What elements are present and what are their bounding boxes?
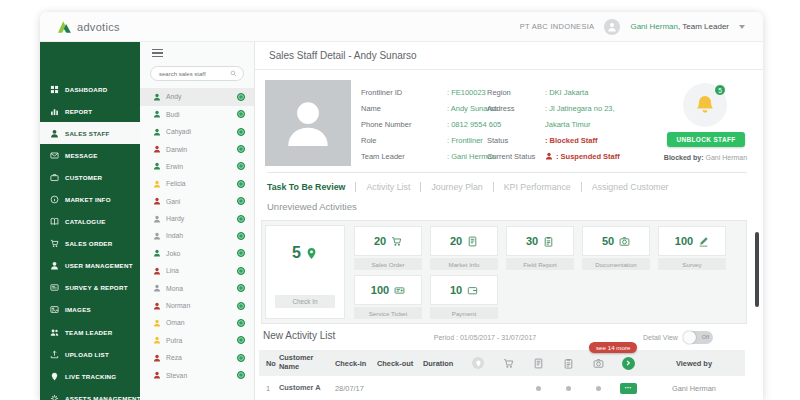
- sidebar-item-catalogue[interactable]: CATALOGUE: [40, 211, 140, 233]
- person-icon: [153, 336, 161, 344]
- stat-card-service-ticket[interactable]: 100 Service Ticket: [354, 275, 422, 319]
- sidebar-item-sales-order[interactable]: SALES ORDER: [40, 233, 140, 255]
- sidebar-item-report[interactable]: REPORT: [40, 100, 140, 122]
- staff-item-lina[interactable]: Lina: [140, 262, 254, 279]
- person-icon: [607, 22, 617, 32]
- person-icon: [153, 215, 161, 223]
- checkin-count: 5: [292, 244, 301, 262]
- staff-item-indah[interactable]: Indah: [140, 227, 254, 244]
- profile-field: Status : Blocked Staff: [487, 132, 620, 148]
- tab-activity-list[interactable]: Activity List: [355, 182, 420, 192]
- checkin-card[interactable]: 5 Check In: [265, 225, 345, 319]
- team-leader-icon: [50, 328, 59, 337]
- sidebar-item-customer[interactable]: CUSTOMER: [40, 166, 140, 188]
- person-icon: [282, 97, 334, 149]
- sidebar-item-live-tracking[interactable]: LIVE TRACKING: [40, 365, 140, 387]
- staff-badge: [237, 110, 245, 118]
- profile-field: Name : Andy Sunarso: [361, 100, 501, 116]
- search-input[interactable]: [157, 70, 230, 78]
- staff-item-oman[interactable]: Oman: [140, 314, 254, 331]
- tab-task-to-be-review[interactable]: Task To Be Review: [267, 182, 355, 192]
- logo: advotics: [58, 21, 120, 33]
- sidebar-item-market-info[interactable]: MARKET INFO: [40, 188, 140, 210]
- main-content: Frontliner ID : FE100023 Name : Andy Sun…: [255, 70, 763, 400]
- more-actions-badge[interactable]: ⋯: [620, 383, 637, 394]
- staff-item-mona[interactable]: Mona: [140, 279, 254, 296]
- staff-item-felicia[interactable]: Felicia: [140, 175, 254, 192]
- detail-view-toggle[interactable]: Off: [683, 331, 713, 344]
- user-menu[interactable]: Gani Herman, Team Leader: [630, 22, 729, 31]
- pending-dot: [566, 386, 571, 391]
- chevron-down-icon[interactable]: [739, 25, 745, 29]
- stat-card-payment[interactable]: 10 Payment: [430, 275, 498, 319]
- sidebar-item-images[interactable]: IMAGES: [40, 299, 140, 321]
- wallet-icon: [467, 285, 478, 296]
- staff-badge: [237, 336, 245, 344]
- staff-badge: [237, 302, 245, 310]
- col-check-out: Check-out: [377, 359, 423, 368]
- staff-item-stevan[interactable]: Stevan: [140, 366, 254, 383]
- checkin-label: Check In: [275, 295, 335, 308]
- more-arrow-icon[interactable]: [613, 357, 643, 370]
- toggle-knob: [683, 331, 696, 344]
- staff-item-erwin[interactable]: Erwin: [140, 158, 254, 175]
- catalogue-icon: [50, 217, 59, 226]
- stat-card-market-info[interactable]: 20 Market Info: [430, 226, 498, 270]
- stat-card-survey[interactable]: 100 Survey: [658, 226, 726, 270]
- avatar[interactable]: [604, 19, 620, 35]
- stat-card-field-report[interactable]: 30 Field Report: [506, 226, 574, 270]
- staff-badge: [237, 354, 245, 362]
- profile-field: Team Leader : Gani Herman: [361, 148, 501, 164]
- pending-dot: [596, 386, 601, 391]
- logo-text: advotics: [77, 21, 120, 33]
- activity-period: Period : 01/05/2017 - 31/07/2017: [385, 334, 585, 341]
- camera-icon: [583, 358, 613, 369]
- staff-item-darwin[interactable]: Darwin: [140, 140, 254, 157]
- cart-icon: [391, 236, 402, 247]
- staff-item-andy[interactable]: Andy: [140, 88, 254, 105]
- staff-item-cahyadi[interactable]: Cahyadi: [140, 123, 254, 140]
- staff-item-putra[interactable]: Putra: [140, 332, 254, 349]
- person-icon: [545, 152, 553, 160]
- staff-item-joko[interactable]: Joko: [140, 245, 254, 262]
- stat-card-sales-order[interactable]: 20 Sales Order: [354, 226, 422, 270]
- blocked-by: Blocked by: Gani Herman: [653, 154, 758, 161]
- see-more-badge[interactable]: see 14 more: [589, 342, 637, 353]
- person-icon: [153, 110, 161, 118]
- sidebar-item-assets-management[interactable]: ASSETS MANAGEMENT: [40, 387, 140, 400]
- sidebar-item-upload-list[interactable]: UPLOAD LIST: [40, 343, 140, 365]
- scrollbar[interactable]: [755, 232, 759, 307]
- profile-fields-left: Frontliner ID : FE100023 Name : Andy Sun…: [361, 84, 501, 164]
- col-customer-name: Customer Name: [279, 354, 335, 371]
- staff-item-reza[interactable]: Reza: [140, 349, 254, 366]
- sidebar-item-message[interactable]: MESSAGE: [40, 144, 140, 166]
- clipboard-icon: [553, 358, 583, 369]
- person-icon: [153, 267, 161, 275]
- top-bar: advotics PT ABC INDONESIA Gani Herman, T…: [40, 12, 763, 42]
- staff-item-hardy[interactable]: Hardy: [140, 210, 254, 227]
- notification-bell[interactable]: 5: [683, 83, 727, 127]
- tab-journey-plan[interactable]: Journey Plan: [420, 182, 492, 192]
- sidebar-item-dashboard[interactable]: DASHBOARD: [40, 78, 140, 100]
- stat-card-documentation[interactable]: 50 Documentation: [582, 226, 650, 270]
- staff-badge: [237, 145, 245, 153]
- tab-assigned-customer[interactable]: Assigned Customer: [581, 182, 679, 192]
- staff-badge: [237, 93, 245, 101]
- unblock-staff-button[interactable]: UNBLOCK STAFF: [667, 132, 745, 147]
- advotics-logo-icon: [58, 21, 72, 33]
- sidebar-item-team-leader[interactable]: TEAM LEADER: [40, 321, 140, 343]
- person-icon: [153, 180, 161, 188]
- tab-kpi-performance[interactable]: KPI Performance: [493, 182, 581, 192]
- divider: [267, 172, 747, 173]
- staff-item-budi[interactable]: Budi: [140, 106, 254, 123]
- camera-icon: [619, 236, 630, 247]
- search-icon: [230, 70, 237, 77]
- market-info-icon: [50, 195, 59, 204]
- staff-item-gani[interactable]: Gani: [140, 193, 254, 210]
- sidebar-item-user-management[interactable]: USER MANAGEMENT: [40, 255, 140, 277]
- table-row[interactable]: 1 Customer A 28/07/17 ⋯ Gani Herman: [259, 376, 745, 400]
- staff-item-norman[interactable]: Norman: [140, 297, 254, 314]
- sidebar-item-sales-staff[interactable]: SALES STAFF: [40, 122, 140, 144]
- hamburger-icon[interactable]: [152, 49, 163, 57]
- sidebar-item-survey-report[interactable]: SURVEY & REPORT: [40, 277, 140, 299]
